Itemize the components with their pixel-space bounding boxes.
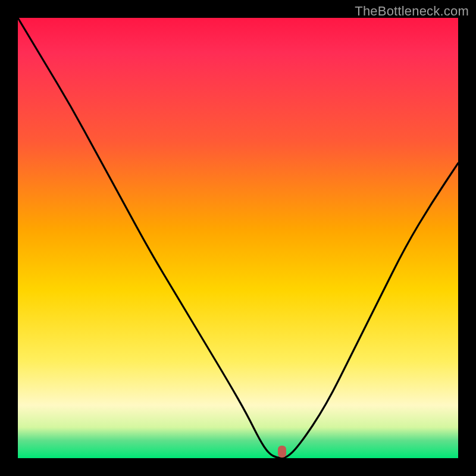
- line-chart: [18, 18, 458, 458]
- bottleneck-curve: [18, 18, 458, 458]
- min-marker: [278, 446, 286, 458]
- chart-frame: TheBottleneck.com: [0, 0, 476, 476]
- watermark-text: TheBottleneck.com: [355, 4, 469, 19]
- plot-area: [18, 18, 458, 458]
